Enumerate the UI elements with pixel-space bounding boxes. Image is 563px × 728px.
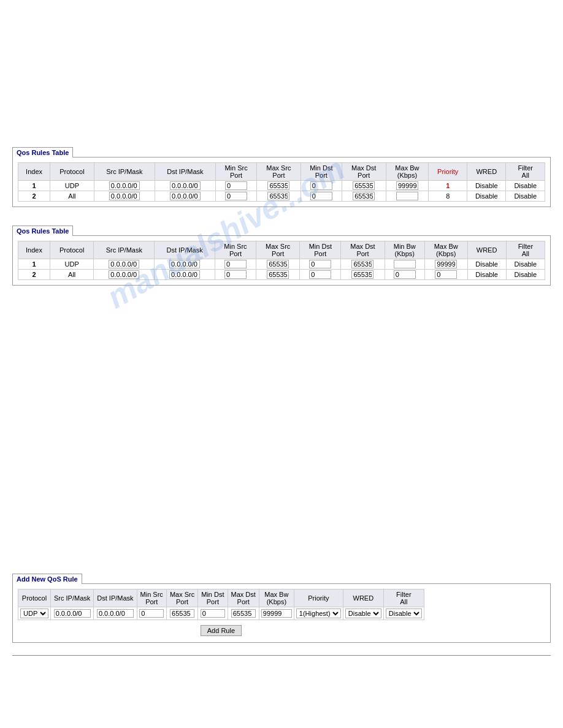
row1-min-dst[interactable] [310,181,332,190]
t2-row1-filter-all: Disable [506,259,545,270]
qos-rules-table-1-section: Qos Rules Table Index Protocol Src IP/Ma… [12,147,551,207]
t2-row1-max-dst[interactable] [351,260,373,268]
add-rule-button[interactable]: Add Rule [201,625,242,636]
t2-row2-max-dst[interactable] [351,270,373,279]
add-col-min-src: Min SrcPort [137,590,166,607]
add-min-src[interactable] [139,609,164,618]
row2-max-dst[interactable] [353,192,375,200]
qos-table-1: Index Protocol Src IP/Mask Dst IP/Mask M… [18,162,545,202]
add-col-max-src: Max SrcPort [166,590,197,607]
table2-title: Qos Rules Table [12,226,73,236]
row2-max-bw[interactable] [396,192,418,200]
row1-min-src[interactable] [225,181,247,190]
t2-row2-min-src[interactable] [224,270,247,279]
add-col-max-bw: Max Bw(Kbps) [259,590,294,607]
t2-row1-max-src[interactable] [267,260,289,268]
table-row: 2 All Disable Disable [18,270,545,280]
add-dst-ip[interactable] [97,609,134,618]
t2-row2-protocol: All [50,270,93,280]
col-priority: Priority [429,163,467,181]
t2-row1-dst-ip[interactable] [169,260,200,268]
row1-wred: Disable [467,181,506,191]
t2-row1-protocol: UDP [50,259,93,270]
t2-row1-min-dst[interactable] [309,260,331,268]
add-max-dst[interactable] [231,609,256,618]
col2-min-src-port: Min SrcPort [215,241,256,259]
add-min-dst[interactable] [201,609,225,618]
row1-priority: 1 [446,182,450,189]
wred-select[interactable]: Disable Enable [345,609,381,618]
t2-row2-wred: Disable [467,270,506,280]
t2-row1-min-bw[interactable] [394,260,416,268]
filter-all-select[interactable]: Disable Enable [386,609,422,618]
col-min-dst-port: Min DstPort [301,163,342,181]
table-row: 1 UDP 1 Disable Disable [18,181,545,191]
t2-row2-src-ip[interactable] [109,270,139,279]
priority-select[interactable]: 1(Highest) 2 3 4 5 6 7 8 [296,609,341,618]
row1-src-ip[interactable] [109,181,140,190]
add-max-src[interactable] [170,609,194,618]
col-min-src-port: Min SrcPort [215,163,256,181]
add-form-row: UDP TCP All [18,607,424,620]
t2-row2-index: 2 [32,271,36,278]
add-col-priority: Priority [294,590,343,607]
add-qos-table: Protocol Src IP/Mask Dst IP/Mask Min Src… [18,589,424,637]
t2-row1-wred: Disable [467,259,506,270]
col-filter-all: FilterAll [506,163,545,181]
row1-index: 1 [33,182,36,189]
add-col-min-dst: Min DstPort [198,590,228,607]
protocol-select[interactable]: UDP TCP All [20,609,48,618]
row2-max-src[interactable] [267,192,289,200]
table1-title: Qos Rules Table [12,147,73,157]
add-max-bw[interactable] [261,609,292,618]
col-max-bw: Max Bw(Kbps) [386,163,429,181]
col2-wred: WRED [467,241,506,259]
t2-row1-index: 1 [32,260,36,268]
col2-max-bw: Max Bw(Kbps) [424,241,467,259]
row1-max-bw[interactable] [396,181,418,190]
col2-src-ip: Src IP/Mask [94,241,155,259]
table-row: 1 UDP Disable Disable [18,259,545,270]
qos-table-2: Index Protocol Src IP/Mask Dst IP/Mask M… [18,241,545,280]
col-index: Index [18,163,50,181]
t2-row2-dst-ip[interactable] [169,270,200,279]
t2-row1-min-src[interactable] [224,260,247,268]
add-button-row: Add Rule [18,620,424,638]
table-row: 2 All 8 Disable Disable [18,191,545,202]
col2-max-dst-port: Max DstPort [341,241,385,259]
col2-protocol: Protocol [50,241,93,259]
t2-row2-min-dst[interactable] [309,270,331,279]
t2-row1-src-ip[interactable] [109,260,139,268]
add-col-wred: WRED [343,590,383,607]
col-dst-ip: Dst IP/Mask [155,163,215,181]
col-max-dst-port: Max DstPort [342,163,386,181]
row1-protocol: UDP [50,181,94,191]
add-qos-rule-section: Add New QoS Rule Protocol Src IP/Mask Ds… [12,574,551,643]
t2-row2-max-bw[interactable] [435,270,457,279]
row1-max-src[interactable] [267,181,289,190]
row2-min-dst[interactable] [310,192,332,200]
row1-max-dst[interactable] [353,181,375,190]
add-src-ip[interactable] [54,609,91,618]
row2-src-ip[interactable] [109,192,140,200]
row2-dst-ip[interactable] [170,192,201,200]
add-col-filter-all: FilterAll [383,590,424,607]
col2-filter-all: FilterAll [506,241,545,259]
col-wred: WRED [467,163,506,181]
row2-index: 2 [33,192,36,200]
col-max-src-port: Max SrcPort [257,163,301,181]
row2-min-src[interactable] [225,192,247,200]
t2-row2-max-src[interactable] [267,270,289,279]
qos-rules-table-2-section: Qos Rules Table Index Protocol Src IP/Ma… [12,226,551,286]
row2-protocol: All [50,191,94,202]
bottom-divider [12,655,551,656]
t2-row2-min-bw[interactable] [394,270,416,279]
t2-row2-filter-all: Disable [506,270,545,280]
add-section-title: Add New QoS Rule [12,574,82,584]
col2-min-dst-port: Min DstPort [300,241,341,259]
add-col-protocol: Protocol [18,590,51,607]
col2-min-bw: Min Bw(Kbps) [385,241,424,259]
row1-dst-ip[interactable] [170,181,201,190]
row1-filter-all: Disable [506,181,545,191]
t2-row1-max-bw[interactable] [435,260,457,268]
